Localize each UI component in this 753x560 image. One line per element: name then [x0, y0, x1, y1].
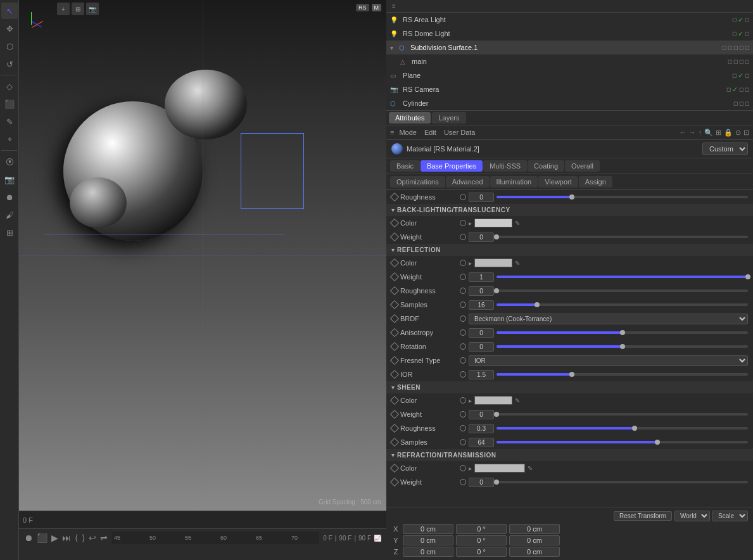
- shuffle-btn[interactable]: ⇌: [100, 533, 108, 543]
- ref-weight-circle[interactable]: [460, 274, 466, 280]
- back-weight-slider[interactable]: [497, 236, 748, 238]
- sheen-section[interactable]: ▾ SHEEN: [386, 381, 753, 393]
- ref-roughness-slider[interactable]: [497, 290, 748, 292]
- vp-add-btn[interactable]: +: [57, 3, 70, 15]
- back-weight-circle[interactable]: [460, 234, 466, 240]
- sheen-samples-keyframe[interactable]: [390, 438, 399, 447]
- roughness-top-circle[interactable]: [460, 194, 466, 200]
- tab-layers[interactable]: Layers: [432, 112, 465, 124]
- toolbar-back[interactable]: ←: [680, 129, 687, 136]
- ref-rotation-slider[interactable]: [497, 345, 748, 348]
- list-item-main[interactable]: △ main ◻ ◻ ◻ ◻: [396, 54, 753, 68]
- sheen-weight-slider[interactable]: [497, 413, 748, 416]
- sheen-samples-slider[interactable]: [497, 441, 748, 443]
- roughness-top-slider[interactable]: [497, 196, 748, 198]
- z-pos-input[interactable]: [403, 547, 453, 557]
- vp-camera-btn[interactable]: 📷: [86, 3, 99, 15]
- list-item-subdivision-surface-1[interactable]: ▾ ⬡ Subdivision Surface.1 ◻ ◻ ◻ ◻ ◻: [386, 41, 753, 54]
- ref-weight-keyframe[interactable]: [390, 272, 399, 281]
- tab-attributes[interactable]: Attributes: [389, 112, 431, 124]
- sheen-roughness-handle[interactable]: [632, 426, 637, 431]
- toolbar-mode[interactable]: Mode: [396, 127, 419, 137]
- toolbar-window[interactable]: ⊡: [744, 129, 749, 137]
- ref-ior-circle[interactable]: [460, 371, 466, 378]
- back-weight-keyframe[interactable]: [390, 232, 399, 241]
- vp-pan-btn[interactable]: ⊞: [72, 3, 84, 15]
- interpolation-btn[interactable]: 📈: [374, 535, 381, 542]
- refr-weight-handle[interactable]: [494, 480, 499, 485]
- tab-illumination[interactable]: Illumination: [490, 176, 538, 188]
- ruler-area[interactable]: 45505560657075808590: [111, 531, 319, 544]
- toolbar-lock[interactable]: 🔒: [724, 129, 733, 137]
- roughness-top-handle[interactable]: [569, 194, 574, 200]
- ref-samples-value[interactable]: 16: [469, 300, 494, 310]
- y-rot-input[interactable]: [456, 535, 507, 545]
- back-color-edit[interactable]: ✎: [515, 220, 520, 227]
- toolbar-menu[interactable]: ≡: [390, 129, 394, 136]
- sheen-weight-value[interactable]: 0: [469, 410, 494, 419]
- back-lighting-section[interactable]: ▾ BACK-LIGHTING/TRANSLUCENCY: [386, 204, 753, 216]
- ref-color-edit[interactable]: ✎: [515, 260, 520, 267]
- list-item-rs-area-light[interactable]: 💡 RS Area Light ◻ ✓ ◻: [386, 13, 753, 27]
- refr-color-circle[interactable]: [460, 465, 466, 471]
- material-preset-select[interactable]: Custom: [702, 143, 748, 155]
- ref-roughness-value[interactable]: 0: [469, 286, 494, 296]
- ref-ior-value[interactable]: 1.5: [469, 370, 494, 379]
- sheen-samples-value[interactable]: 64: [469, 438, 494, 447]
- ref-brdf-select[interactable]: Beckmann (Cook-Torrance) GGX Phong Ward: [469, 314, 748, 324]
- x-rot-input[interactable]: [456, 524, 507, 534]
- tab-basic[interactable]: Basic: [390, 160, 420, 172]
- ref-color-circle[interactable]: [460, 260, 466, 266]
- scale-select[interactable]: Scale: [712, 511, 748, 521]
- ref-anisotropy-handle[interactable]: [620, 330, 625, 335]
- ref-anisotropy-keyframe[interactable]: [390, 328, 399, 337]
- x-scale-input[interactable]: [509, 524, 560, 534]
- sheen-color-keyframe[interactable]: [390, 396, 399, 405]
- ref-color-keyframe[interactable]: [390, 258, 399, 267]
- list-menu-btn[interactable]: ≡: [390, 1, 398, 11]
- refraction-section[interactable]: ▾ REFRACTION/TRANSMISSION: [386, 449, 753, 461]
- ref-weight-value[interactable]: 1: [469, 272, 494, 282]
- ref-weight-slider[interactable]: [497, 276, 748, 278]
- sheen-color-circle[interactable]: [460, 397, 466, 404]
- roughness-top-value[interactable]: 0: [469, 193, 494, 202]
- refr-color-edit[interactable]: ✎: [528, 465, 533, 472]
- ref-fresnel-circle[interactable]: [460, 357, 466, 364]
- list-item-plane[interactable]: ▭ Plane ◻ ✓ ◻: [386, 68, 753, 82]
- sheen-samples-handle[interactable]: [655, 440, 660, 445]
- tab-viewport[interactable]: Viewport: [538, 176, 578, 188]
- ref-ior-handle[interactable]: [569, 372, 574, 377]
- ref-rotation-circle[interactable]: [460, 343, 466, 350]
- camera-tool-btn[interactable]: 📷: [1, 171, 18, 188]
- ref-rotation-handle[interactable]: [620, 344, 625, 349]
- toolbar-search[interactable]: 🔍: [704, 129, 713, 137]
- refr-weight-keyframe[interactable]: [390, 478, 399, 487]
- ref-brdf-keyframe[interactable]: [390, 314, 399, 323]
- z-scale-input[interactable]: [509, 547, 560, 557]
- tab-coating[interactable]: Coating: [528, 160, 564, 172]
- ref-samples-handle[interactable]: [535, 302, 540, 307]
- sheen-roughness-value[interactable]: 0.3: [469, 424, 494, 433]
- arrange-tool-btn[interactable]: ⊞: [1, 224, 18, 241]
- ref-color-swatch[interactable]: [474, 258, 512, 267]
- sheen-color-swatch[interactable]: [474, 396, 512, 405]
- tab-base-properties[interactable]: Base Properties: [421, 160, 483, 172]
- sheen-weight-handle[interactable]: [494, 412, 499, 417]
- cursor-tool-btn[interactable]: ↖: [1, 3, 18, 19]
- reflection-section[interactable]: ▾ REFLECTION: [386, 244, 753, 256]
- sheen-roughness-slider[interactable]: [497, 427, 748, 430]
- sheen-weight-circle[interactable]: [460, 411, 466, 417]
- ref-ior-keyframe[interactable]: [390, 370, 399, 379]
- toolbar-more[interactable]: ⊙: [735, 129, 741, 137]
- refr-weight-value[interactable]: 0: [469, 478, 494, 487]
- list-item-cylinder[interactable]: ⬡ Cylinder ◻ ◻ ◻: [386, 96, 753, 110]
- play-forward-btn[interactable]: ▶: [51, 533, 58, 543]
- back-color-swatch[interactable]: [474, 219, 512, 227]
- polygon-tool-btn[interactable]: ◇: [1, 78, 18, 94]
- z-rot-input[interactable]: [456, 547, 507, 557]
- knife-tool-btn[interactable]: ⌖: [1, 131, 18, 148]
- ref-anisotropy-value[interactable]: 0: [469, 328, 494, 338]
- sheen-roughness-keyframe[interactable]: [390, 424, 399, 433]
- tab-assign[interactable]: Assign: [579, 176, 612, 188]
- ref-rotation-keyframe[interactable]: [390, 342, 399, 351]
